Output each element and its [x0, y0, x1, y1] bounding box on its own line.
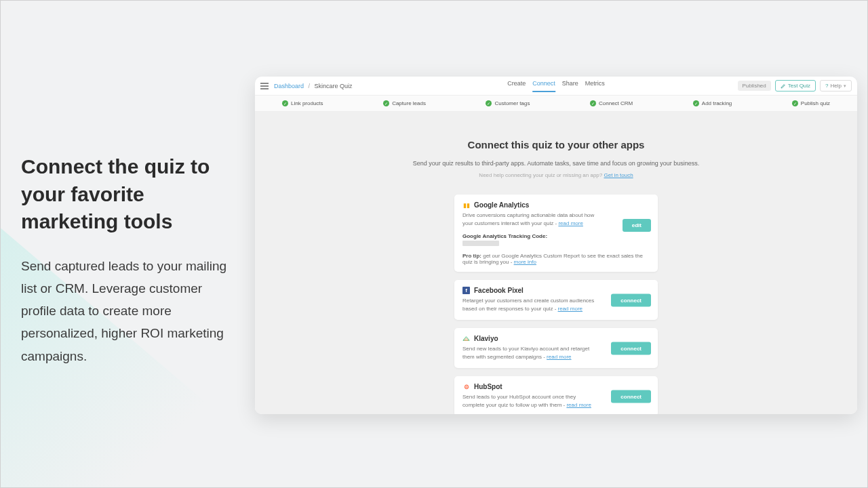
app-window: Dashboard / Skincare Quiz Create Connect…: [255, 77, 857, 414]
card-title: Facebook Pixel: [474, 287, 524, 294]
page-help: Need help connecting your quiz or missin…: [275, 172, 837, 178]
card-klaviyo: Klaviyo Send new leads to your Klaviyo a…: [454, 328, 658, 368]
check-icon: [693, 100, 699, 106]
card-description: Send new leads to your Klaviyo account a…: [462, 345, 598, 361]
tab-metrics[interactable]: Metrics: [585, 80, 605, 92]
step-connect-crm[interactable]: Connect CRM: [590, 100, 633, 106]
breadcrumb-separator: /: [309, 83, 311, 89]
card-title: Klaviyo: [474, 335, 498, 342]
breadcrumb-current: Skincare Quiz: [315, 83, 353, 89]
pro-tip-label: Pro tip:: [462, 253, 481, 259]
page-subtitle: Send your quiz results to third-party ap…: [275, 160, 837, 167]
help-label: Help: [831, 83, 842, 89]
connect-button[interactable]: connect: [611, 390, 651, 403]
help-text: Need help connecting your quiz or missin…: [479, 172, 604, 178]
card-facebook-pixel: f Facebook Pixel Retarget your customers…: [454, 280, 658, 320]
connect-button[interactable]: connect: [611, 293, 651, 306]
marketing-title: Connect the quiz to your favorite market…: [21, 153, 238, 236]
card-title: Google Analytics: [474, 201, 529, 209]
test-quiz-button[interactable]: Test Quiz: [775, 80, 816, 92]
tab-share[interactable]: Share: [562, 80, 578, 92]
edit-button[interactable]: edit: [623, 219, 651, 232]
more-info-link[interactable]: more info: [514, 259, 536, 265]
card-description: Retarget your customers and create custo…: [462, 297, 598, 313]
card-description: Drive conversions capturing actionable d…: [462, 211, 598, 228]
desc-text: Send leads to your HubSpot account once …: [462, 394, 576, 408]
step-label: Publish quiz: [801, 100, 830, 106]
card-google-analytics: ▮▮ Google Analytics Drive conversions ca…: [454, 195, 658, 272]
app-body: Connect this quiz to your other apps Sen…: [255, 112, 857, 414]
step-publish-quiz[interactable]: Publish quiz: [792, 100, 830, 106]
menu-icon[interactable]: [260, 83, 269, 89]
step-capture-leads[interactable]: Capture leads: [383, 100, 426, 106]
card-hubspot: ⚙ HubSpot Send leads to your HubSpot acc…: [454, 376, 658, 414]
google-analytics-icon: ▮▮: [462, 201, 470, 209]
read-more-link[interactable]: read more: [558, 220, 583, 226]
hubspot-icon: ⚙: [462, 383, 470, 390]
marketing-copy: Connect the quiz to your favorite market…: [21, 153, 238, 367]
page-title: Connect this quiz to your other apps: [275, 139, 837, 150]
card-description: Send leads to your HubSpot account once …: [462, 393, 598, 409]
read-more-link[interactable]: read more: [558, 306, 583, 312]
step-label: Customer tags: [494, 100, 530, 106]
edit-icon: [781, 83, 786, 89]
pro-tip-text: get our Google Analytics Custom Report t…: [462, 253, 643, 265]
breadcrumb: Dashboard / Skincare Quiz: [274, 83, 353, 89]
step-label: Capture leads: [392, 100, 426, 106]
check-icon: [383, 100, 389, 106]
help-button[interactable]: ? Help: [820, 80, 852, 92]
klaviyo-icon: [462, 335, 470, 342]
status-published: Published: [738, 81, 771, 91]
card-title: HubSpot: [474, 383, 502, 390]
check-icon: [486, 100, 492, 106]
integration-cards: ▮▮ Google Analytics Drive conversions ca…: [454, 195, 658, 414]
marketing-subtitle: Send captured leads to your mailing list…: [21, 255, 238, 367]
tracking-label: Google Analytics Tracking Code:: [462, 233, 650, 239]
test-quiz-label: Test Quiz: [788, 83, 810, 89]
connect-button[interactable]: connect: [611, 342, 651, 354]
facebook-icon: f: [462, 287, 470, 294]
tracking-code-value: [462, 241, 499, 246]
tab-connect[interactable]: Connect: [532, 80, 555, 92]
step-label: Add tracking: [702, 100, 732, 106]
step-link-products[interactable]: Link products: [282, 100, 323, 106]
check-icon: [590, 100, 596, 106]
main-tabs: Create Connect Share Metrics: [507, 80, 605, 92]
step-label: Connect CRM: [599, 100, 633, 106]
tab-create[interactable]: Create: [507, 80, 526, 92]
ga-tracking-section: Google Analytics Tracking Code: Pro tip:…: [462, 233, 650, 265]
breadcrumb-root[interactable]: Dashboard: [274, 83, 304, 89]
check-icon: [282, 100, 288, 106]
step-label: Link products: [291, 100, 323, 106]
steps-bar: Link products Capture leads Customer tag…: [255, 96, 857, 112]
read-more-link[interactable]: read more: [566, 402, 591, 408]
step-add-tracking[interactable]: Add tracking: [693, 100, 732, 106]
check-icon: [792, 100, 798, 106]
get-in-touch-link[interactable]: Get in touch: [604, 172, 633, 178]
topbar-actions: Published Test Quiz ? Help: [738, 80, 852, 92]
step-customer-tags[interactable]: Customer tags: [486, 100, 530, 106]
pro-tip: Pro tip: get our Google Analytics Custom…: [462, 253, 650, 265]
app-topbar: Dashboard / Skincare Quiz Create Connect…: [255, 77, 857, 96]
question-icon: ?: [825, 83, 828, 89]
read-more-link[interactable]: read more: [547, 354, 571, 360]
